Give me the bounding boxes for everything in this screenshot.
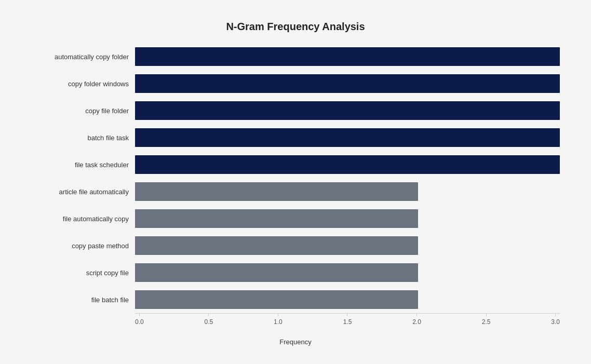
bar-track xyxy=(135,263,560,282)
bar-fill xyxy=(135,47,560,66)
bar-row: file batch file xyxy=(31,286,560,313)
bar-track xyxy=(135,128,560,147)
bar-row: copy folder windows xyxy=(31,70,560,97)
bar-label: copy paste method xyxy=(31,242,135,250)
bar-fill xyxy=(135,263,418,282)
axis-label: Frequency xyxy=(31,338,560,346)
chart-area: automatically copy foldercopy folder win… xyxy=(31,43,560,346)
tick-line xyxy=(417,314,417,316)
bar-row: file task scheduler xyxy=(31,151,560,178)
axis-section: 0.00.51.01.52.02.53.0 xyxy=(135,313,560,334)
bar-label: article file automatically xyxy=(31,188,135,196)
bar-label: batch file task xyxy=(31,134,135,142)
bar-label: copy file folder xyxy=(31,107,135,115)
bar-track xyxy=(135,155,560,174)
tick-label: 2.0 xyxy=(412,318,421,326)
bar-fill xyxy=(135,101,560,120)
bar-track xyxy=(135,47,560,66)
tick-line xyxy=(278,314,278,316)
bar-track xyxy=(135,290,560,309)
bar-track xyxy=(135,236,560,255)
chart-container: N-Gram Frequency Analysis automatically … xyxy=(10,10,581,364)
bars-section: automatically copy foldercopy folder win… xyxy=(31,43,560,313)
bar-label: copy folder windows xyxy=(31,80,135,88)
tick-label: 1.0 xyxy=(274,318,283,326)
tick-line xyxy=(139,314,140,316)
bar-row: batch file task xyxy=(31,124,560,151)
bar-row: copy file folder xyxy=(31,97,560,124)
tick-line xyxy=(208,314,209,316)
bar-label: automatically copy folder xyxy=(31,53,135,61)
bar-track xyxy=(135,209,560,228)
axis-tick: 1.5 xyxy=(343,314,352,326)
axis-tick: 1.0 xyxy=(274,314,283,326)
bar-fill xyxy=(135,209,418,228)
axis-tick: 0.5 xyxy=(205,314,213,326)
axis-tick: 2.5 xyxy=(482,314,491,326)
bar-fill xyxy=(135,290,418,309)
bar-row: article file automatically xyxy=(31,178,560,205)
bar-label: file task scheduler xyxy=(31,161,135,169)
bar-label: file automatically copy xyxy=(31,215,135,223)
bar-track xyxy=(135,182,560,201)
tick-label: 0.0 xyxy=(135,318,144,326)
bar-label: file batch file xyxy=(31,296,135,304)
tick-label: 0.5 xyxy=(205,318,213,326)
tick-line xyxy=(555,314,556,316)
bar-fill xyxy=(135,236,418,255)
bar-track xyxy=(135,101,560,120)
tick-line xyxy=(347,314,347,316)
tick-label: 2.5 xyxy=(482,318,491,326)
bar-row: automatically copy folder xyxy=(31,43,560,70)
axis-tick: 0.0 xyxy=(135,314,144,326)
bar-track xyxy=(135,74,560,93)
bar-row: script copy file xyxy=(31,259,560,286)
bar-row: copy paste method xyxy=(31,232,560,259)
tick-line xyxy=(486,314,487,316)
axis-tick: 2.0 xyxy=(412,314,421,326)
tick-label: 1.5 xyxy=(343,318,352,326)
bar-fill xyxy=(135,128,560,147)
chart-title: N-Gram Frequency Analysis xyxy=(31,21,560,33)
axis-tick: 3.0 xyxy=(551,314,560,326)
bar-fill xyxy=(135,74,560,93)
bar-fill xyxy=(135,182,418,201)
axis-ticks: 0.00.51.01.52.02.53.0 xyxy=(135,314,560,326)
bar-label: script copy file xyxy=(31,269,135,277)
bar-row: file automatically copy xyxy=(31,205,560,232)
tick-label: 3.0 xyxy=(551,318,560,326)
bar-fill xyxy=(135,155,560,174)
